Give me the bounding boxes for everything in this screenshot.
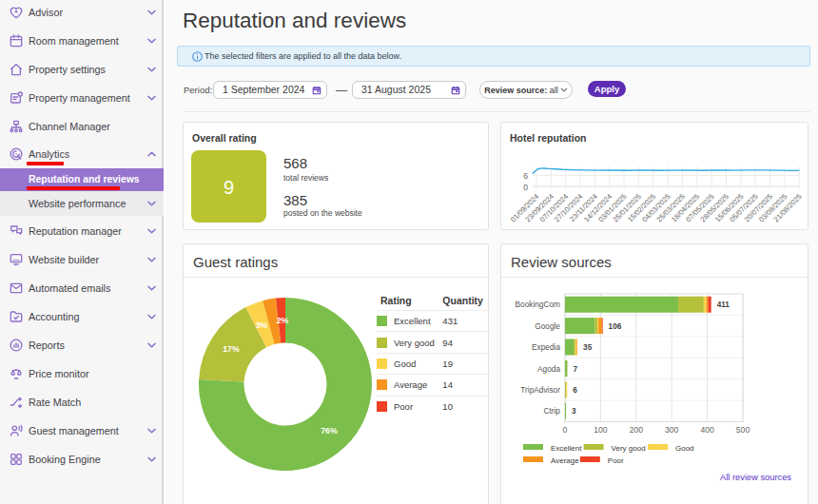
svg-text:300: 300 [665, 425, 679, 435]
svg-text:7: 7 [574, 365, 578, 374]
svg-text:Very good: Very good [612, 444, 646, 453]
svg-text:106: 106 [609, 322, 622, 331]
svg-text:400: 400 [700, 425, 714, 435]
svg-text:2%: 2% [277, 316, 289, 325]
svg-text:BookingCom: BookingCom [515, 300, 560, 309]
svg-text:Agoda: Agoda [537, 364, 560, 374]
svg-text:3: 3 [572, 407, 576, 416]
svg-text:Average: Average [551, 456, 579, 465]
svg-text:200: 200 [630, 425, 644, 435]
svg-text:Poor: Poor [608, 456, 624, 465]
svg-text:6: 6 [573, 386, 577, 395]
svg-text:500: 500 [736, 425, 750, 435]
svg-text:100: 100 [594, 425, 608, 435]
svg-text:411: 411 [717, 300, 730, 309]
svg-text:35: 35 [583, 343, 593, 352]
svg-text:0: 0 [563, 425, 568, 435]
svg-text:Expedia: Expedia [532, 342, 560, 352]
svg-text:3%: 3% [256, 320, 268, 330]
svg-text:Ctrip: Ctrip [543, 406, 560, 416]
svg-text:76%: 76% [321, 426, 338, 436]
svg-text:17%: 17% [223, 344, 240, 354]
svg-text:Good: Good [675, 444, 694, 453]
svg-text:0: 0 [523, 183, 528, 192]
svg-text:TripAdvisor: TripAdvisor [520, 385, 560, 395]
svg-text:6: 6 [523, 171, 528, 181]
svg-text:Excellent: Excellent [551, 444, 582, 453]
svg-text:Google: Google [535, 321, 560, 331]
